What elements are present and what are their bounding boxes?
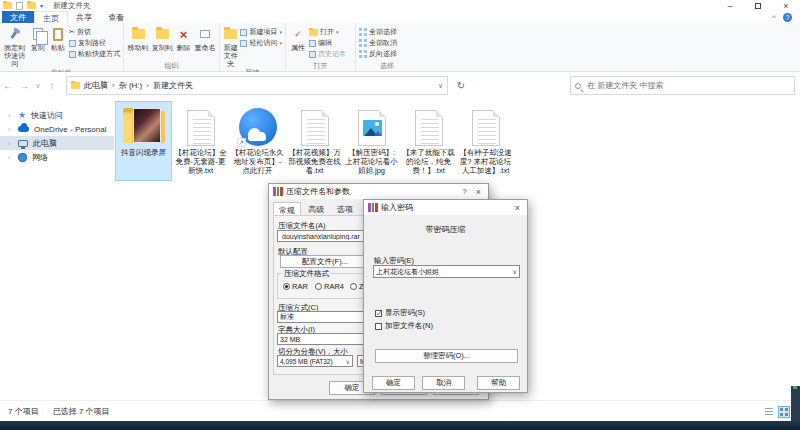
tab-file[interactable]: 文件 xyxy=(2,11,34,23)
file-item-folder[interactable]: 抖音闪现录屏 xyxy=(116,102,171,180)
organize-passwords-button[interactable]: 整理密码(O)... xyxy=(375,349,518,363)
maximize-icon xyxy=(755,3,761,9)
tab-home[interactable]: 主页 xyxy=(34,11,68,23)
this-pc-icon xyxy=(18,140,28,147)
search-icon xyxy=(575,83,581,89)
winrar-icon xyxy=(368,203,378,212)
winrar-dialog-titlebar[interactable]: 压缩文件名和参数 ? × xyxy=(269,184,488,199)
dictionary-size-select[interactable]: 32 MB∨ xyxy=(277,333,377,345)
paste-shortcut-button[interactable]: 粘贴快捷方式 xyxy=(69,49,120,59)
properties-button[interactable]: ✓ 属性 xyxy=(289,25,307,52)
file-label: 【村花论坛】全免费-无套路-更新快.txt xyxy=(174,148,228,175)
up-button[interactable]: ↑ xyxy=(44,80,60,91)
encrypt-filenames-checkbox[interactable]: 加密文件名(N) xyxy=(375,321,433,331)
breadcrumb[interactable]: 此电脑 › 杂 (H:) › 新建文件夹 ∨ xyxy=(66,76,448,95)
dialog-close-icon[interactable]: × xyxy=(473,187,484,197)
rename-button[interactable]: 重命名 xyxy=(194,25,216,52)
chevron-down-icon: ∨ xyxy=(346,358,350,365)
dialog-close-icon[interactable]: × xyxy=(512,203,523,213)
move-to-button[interactable]: 移动到 xyxy=(127,25,149,52)
search-input[interactable] xyxy=(585,80,790,91)
select-none-icon xyxy=(359,39,367,47)
edit-button[interactable]: 编辑 xyxy=(309,38,346,48)
ribbon-tab-bar: 文件 主页 共享 查看 xyxy=(0,11,800,23)
qat-new-folder-icon[interactable] xyxy=(27,2,36,9)
file-item-txt-1[interactable]: 【村花论坛】全免费-无套路-更新快.txt xyxy=(173,102,228,180)
delete-button[interactable]: × 删除 xyxy=(175,25,192,52)
tab-share[interactable]: 共享 xyxy=(68,11,100,23)
file-label: 【来了就能下载的论坛，纯免费！】.txt xyxy=(402,148,456,175)
password-dialog-titlebar[interactable]: 输入密码 × xyxy=(364,200,527,215)
sidebar-item-network[interactable]: › 网络 xyxy=(0,150,114,164)
ribbon-group-new: 新建文件夹 新建项目 ▾ 轻松访问 ▾ 新建 xyxy=(220,23,286,71)
forward-button[interactable]: → xyxy=(16,80,32,91)
open-icon xyxy=(309,29,318,36)
ribbon-group-organize: 移动到 复制到 × 删除 重命名 组织 xyxy=(124,23,220,71)
format-rar4-radio[interactable]: RAR4 xyxy=(315,282,344,291)
file-label: 抖音闪现录屏 xyxy=(117,148,171,157)
taskbar[interactable] xyxy=(0,421,800,430)
pin-to-quick-access-button[interactable]: 固定到快速访问 xyxy=(3,25,27,68)
copy-to-icon xyxy=(156,29,169,39)
new-item-button[interactable]: 新建项目 ▾ xyxy=(240,27,282,37)
status-bar: 7 个项目 已选择 7 个项目 xyxy=(0,400,800,421)
file-item-txt-4[interactable]: 【有种子却没速度? 来村花论坛人工加速】.txt xyxy=(458,102,513,180)
sidebar-item-label: 快速访问 xyxy=(31,110,63,121)
radio-icon xyxy=(315,283,322,290)
winrar-icon xyxy=(273,187,283,196)
chevron-right-icon[interactable]: › xyxy=(8,154,13,161)
chevron-right-icon[interactable]: › xyxy=(8,112,13,119)
password-ok-button[interactable]: 确定 xyxy=(372,376,415,390)
new-folder-button[interactable]: 新建文件夹 xyxy=(223,25,238,68)
help-icon[interactable]: ? xyxy=(783,13,792,22)
profile-button[interactable]: 配置文件(F)... xyxy=(280,255,370,268)
details-view-button[interactable] xyxy=(763,406,775,418)
back-button[interactable]: ← xyxy=(0,80,16,91)
copy-button[interactable]: 复制 xyxy=(29,25,47,52)
sidebar-item-onedrive[interactable]: › OneDrive - Personal xyxy=(0,122,114,136)
new-folder-icon xyxy=(224,29,237,39)
format-rar-radio[interactable]: RAR xyxy=(283,282,308,291)
file-item-txt-3[interactable]: 【来了就能下载的论坛，纯免费！】.txt xyxy=(401,102,456,180)
collapse-ribbon-icon[interactable]: ^ xyxy=(772,13,776,22)
show-password-checkbox[interactable]: 显示密码(S) xyxy=(375,308,425,318)
breadcrumb-new-folder[interactable]: 新建文件夹 xyxy=(153,80,193,91)
split-size-select[interactable]: 4,095 MB (FAT32)∨ xyxy=(277,355,353,367)
breadcrumb-this-pc[interactable]: 此电脑 xyxy=(84,80,108,91)
qat-customize-icon[interactable]: ▾ xyxy=(40,2,43,9)
select-all-button[interactable]: 全部选择 xyxy=(359,27,397,37)
file-item-txt-2[interactable]: 【村花视频】万部视频免费在线看.txt xyxy=(287,102,342,180)
history-button[interactable]: 历史记录 xyxy=(309,49,346,59)
search-box[interactable] xyxy=(570,76,795,95)
compression-method-select[interactable]: 标准∨ xyxy=(277,311,377,323)
breadcrumb-drive-h[interactable]: 杂 (H:) xyxy=(119,80,143,91)
easy-access-button[interactable]: 轻松访问 ▾ xyxy=(240,38,282,48)
cut-button[interactable]: ✂ 剪切 xyxy=(69,27,120,37)
ribbon: 固定到快速访问 复制 粘贴 ✂ 剪切 复制路 xyxy=(0,23,800,72)
password-help-button[interactable]: 帮助 xyxy=(477,376,520,390)
tab-view[interactable]: 查看 xyxy=(100,11,132,23)
file-item-shortcut[interactable]: ↗ 【村花论坛永久地址发布页】-点此打开 xyxy=(230,102,285,180)
copy-to-button[interactable]: 复制到 xyxy=(151,25,173,52)
file-item-jpg[interactable]: 【解压密码】: 上村花论坛看小姐姐.jpg xyxy=(344,102,399,180)
recent-locations-icon[interactable]: ∨ xyxy=(32,82,44,90)
address-dropdown-icon[interactable]: ∨ xyxy=(438,82,443,90)
thumbnails-view-button[interactable] xyxy=(778,406,790,418)
explorer-window: ▾ 新建文件夹 – × 文件 主页 共享 查看 ^ ? 固定到快速访问 xyxy=(0,0,800,430)
screen-edge-bar xyxy=(791,386,800,421)
select-none-button[interactable]: 全部取消 xyxy=(359,38,397,48)
chevron-right-icon[interactable]: › xyxy=(8,140,13,147)
sidebar-item-this-pc[interactable]: › 此电脑 xyxy=(0,136,114,150)
sidebar-item-quick-access[interactable]: › ★ 快速访问 xyxy=(0,108,114,122)
qat-properties-icon[interactable] xyxy=(16,2,23,10)
dialog-help-icon[interactable]: ? xyxy=(459,187,469,196)
sidebar-item-label: 网络 xyxy=(32,152,48,163)
open-button[interactable]: 打开 ▾ xyxy=(309,27,346,37)
password-combo[interactable]: 上村花论坛看小姐姐∨ xyxy=(373,265,520,278)
copy-path-button[interactable]: 复制路径 xyxy=(69,38,120,48)
invert-selection-button[interactable]: 反向选择 xyxy=(359,49,397,59)
password-cancel-button[interactable]: 取消 xyxy=(422,376,465,390)
refresh-button[interactable]: ↻ xyxy=(452,76,470,95)
chevron-right-icon[interactable]: › xyxy=(8,126,13,133)
paste-button[interactable]: 粘贴 xyxy=(49,25,67,52)
